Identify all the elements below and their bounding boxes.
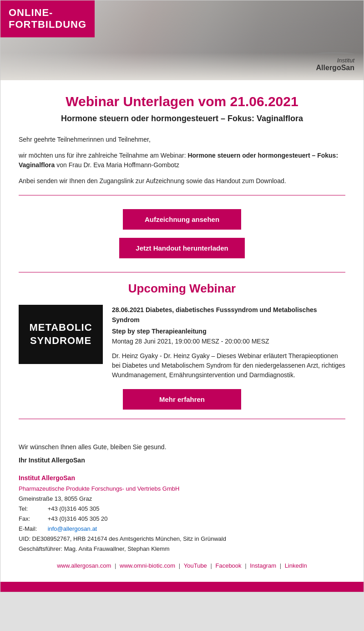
handout-button[interactable]: Jetzt Handout herunterladen <box>119 238 244 258</box>
sep3: | <box>210 562 213 569</box>
intro-post: von Frau Dr. Eva Maria Hoffmann-Gombotz <box>55 161 179 169</box>
webinar-card: METABOLIC SYNDROME 28.06.2021 Diabetes, … <box>19 305 345 380</box>
email-row: E-Mail: info@allergosan.at <box>19 524 345 534</box>
fax-row: Fax: +43 (0)316 405 305 20 <box>19 514 345 524</box>
institute-name: Institut AllergoSan <box>19 473 345 484</box>
tel-row: Tel: +43 (0)316 405 305 <box>19 504 345 514</box>
tel-value: +43 (0)316 405 305 <box>48 505 100 512</box>
intro-paragraph-2: Anbei senden wir Ihnen den Zugangslink z… <box>19 176 345 186</box>
geschaeft-row: Geschäftsführer: Mag. Anita Frauwallner,… <box>19 544 345 554</box>
fax-value: +43 (0)316 405 305 20 <box>48 515 108 522</box>
intro-paragraph-1: wir möchten uns für ihre zahlreiche Teil… <box>19 151 345 170</box>
event-date: Montag 28 Juni 2021, 19:00:00 MESZ - 20:… <box>112 336 345 346</box>
footer-section: Wir wünschen Ihnen alles Gute, bleiben S… <box>0 442 364 582</box>
upcoming-section: Upcoming Webinar METABOLIC SYNDROME 28.0… <box>19 282 345 410</box>
cta-buttons: Aufzeichnung ansehen Jetzt Handout herun… <box>19 209 345 258</box>
badge-line1: ONLINE- <box>9 7 53 18</box>
mehr-button-wrap: Mehr erfahren <box>19 389 345 410</box>
upcoming-title: Upcoming Webinar <box>19 282 345 296</box>
footer-signoff: Ihr Institut AllergoSan <box>19 457 345 464</box>
event-description: Dr. Heinz Gyaky - Dr. Heinz Gyaky – Dies… <box>112 351 345 380</box>
intro-pre: wir möchten uns für ihre zahlreiche Teil… <box>19 152 187 159</box>
institute-subtitle: Pharmazeutische Produkte Forschungs- und… <box>19 484 345 494</box>
sep1: | <box>115 562 118 569</box>
sep4: | <box>245 562 248 569</box>
badge-line2: FORTBILDUNG <box>9 19 86 30</box>
header-banner: ONLINE- FORTBILDUNG Institut AllergoSan <box>0 0 364 80</box>
footer-greeting: Wir wünschen Ihnen alles Gute, bleiben S… <box>19 442 345 452</box>
link-facebook[interactable]: Facebook <box>215 562 241 569</box>
institute-info: Institut AllergoSan Pharmazeutische Prod… <box>19 473 345 554</box>
sep2: | <box>179 562 182 569</box>
event-subtitle: Step by step Therapieanleitung <box>112 326 345 336</box>
mehr-erfahren-button[interactable]: Mehr erfahren <box>123 389 241 410</box>
divider-bottom <box>19 419 345 419</box>
link-linkedin[interactable]: LinkedIn <box>285 562 307 569</box>
online-fortbildung-badge: ONLINE- FORTBILDUNG <box>0 0 95 37</box>
main-title: Webinar Unterlagen vom 21.06.2021 <box>19 94 345 109</box>
institute-address: Gmeinstraße 13, 8055 Graz <box>19 494 345 504</box>
fax-label: Fax: <box>19 514 46 524</box>
social-links: www.allergosan.com | www.omni-biotic.com… <box>19 562 345 569</box>
main-content: Webinar Unterlagen vom 21.06.2021 Hormon… <box>0 80 364 442</box>
webinar-thumbnail: METABOLIC SYNDROME <box>19 305 103 364</box>
email-link[interactable]: info@allergosan.at <box>48 525 97 532</box>
subtitle: Hormone steuern oder hormongesteuert – F… <box>19 114 345 123</box>
webinar-details: 28.06.2021 Diabetes, diabetisches Fusssy… <box>112 305 345 380</box>
link-youtube[interactable]: YouTube <box>184 562 207 569</box>
bottom-bar <box>0 582 364 592</box>
tel-label: Tel: <box>19 504 46 514</box>
divider-top <box>19 195 345 195</box>
allergosan-logo: Institut AllergoSan <box>313 52 354 72</box>
greeting-text: Sehr geehrte Teilnehmerinnen und Teilneh… <box>19 135 345 144</box>
sep5: | <box>280 562 283 569</box>
event-title: 28.06.2021 Diabetes, diabetisches Fusssy… <box>112 305 345 325</box>
link-instagram[interactable]: Instagram <box>250 562 276 569</box>
divider-middle <box>19 272 345 272</box>
uid-row: UID: DE308952767, HRB 241674 des Amtsger… <box>19 534 345 544</box>
email-container: ONLINE- FORTBILDUNG Institut AllergoSan … <box>0 0 364 592</box>
link-omni-biotic[interactable]: www.omni-biotic.com <box>120 562 175 569</box>
link-allergosan[interactable]: www.allergosan.com <box>57 562 111 569</box>
recording-button[interactable]: Aufzeichnung ansehen <box>123 209 241 230</box>
logo-name: AllergoSan <box>313 64 354 72</box>
email-label: E-Mail: <box>19 524 46 534</box>
logo-italic: Institut <box>313 57 354 64</box>
image-line2: SYNDROME <box>30 334 91 348</box>
image-line1: METABOLIC <box>29 321 92 334</box>
